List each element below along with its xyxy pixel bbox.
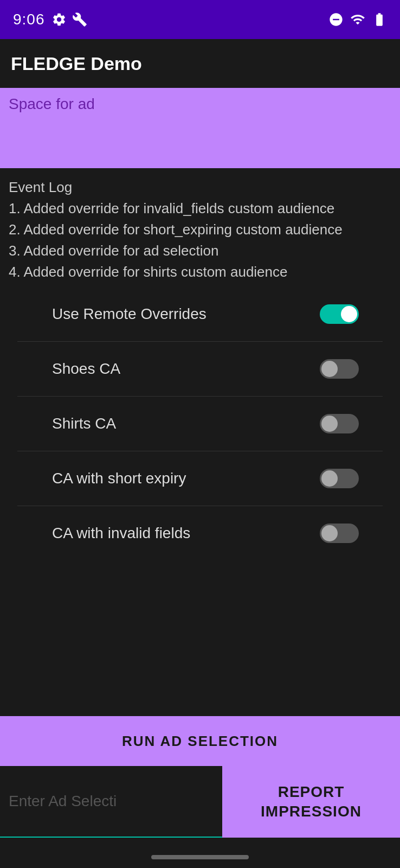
shoes-ca-label: Shoes CA — [52, 360, 120, 378]
use-remote-overrides-row: Use Remote Overrides — [9, 287, 391, 341]
status-icons-right — [328, 12, 387, 27]
status-icons-left — [51, 12, 87, 27]
shirts-ca-toggle[interactable] — [320, 414, 359, 433]
run-ad-selection-button[interactable]: RUN AD SELECTION — [0, 716, 400, 766]
ca-invalid-fields-knob — [321, 525, 338, 541]
ad-space-text: Space for ad — [9, 95, 95, 113]
app-title: FLEDGE Demo — [11, 53, 142, 74]
app-bar: FLEDGE Demo — [0, 39, 400, 88]
status-time: 9:06 — [13, 11, 45, 28]
shirts-ca-knob — [321, 416, 338, 432]
event-log-content: Event Log 1. Added override for invalid_… — [9, 177, 391, 283]
minus-circle-icon — [328, 12, 344, 27]
ca-short-expiry-toggle[interactable] — [320, 469, 359, 488]
status-left: 9:06 — [13, 11, 87, 28]
report-impression-button[interactable]: REPORT IMPRESSION — [222, 766, 400, 838]
use-remote-overrides-knob — [341, 306, 357, 322]
settings-icon — [51, 12, 67, 27]
ca-invalid-fields-row: CA with invalid fields — [9, 506, 391, 560]
event-log: Event Log 1. Added override for invalid_… — [0, 168, 400, 287]
report-impression-label: REPORT IMPRESSION — [261, 782, 362, 822]
event-log-entry-1: 1. Added override for invalid_fields cus… — [9, 200, 334, 216]
ca-short-expiry-label: CA with short expiry — [52, 470, 186, 487]
wrench-icon — [72, 12, 87, 27]
toggle-section: Use Remote Overrides Shoes CA Shirts CA … — [0, 287, 400, 560]
wifi-icon — [350, 12, 365, 27]
enter-ad-placeholder: Enter Ad Selecti — [9, 793, 117, 810]
shirts-ca-label: Shirts CA — [52, 415, 116, 432]
event-log-title: Event Log — [9, 179, 72, 195]
event-log-entry-2: 2. Added override for short_expiring cus… — [9, 221, 343, 238]
status-bar: 9:06 — [0, 0, 400, 39]
ca-short-expiry-knob — [321, 470, 338, 487]
ad-space: Space for ad — [0, 88, 400, 168]
use-remote-overrides-label: Use Remote Overrides — [52, 305, 207, 323]
shoes-ca-toggle[interactable] — [320, 359, 359, 379]
ca-short-expiry-row: CA with short expiry — [9, 451, 391, 506]
event-log-entry-4: 4. Added override for shirts custom audi… — [9, 264, 288, 280]
shoes-ca-row: Shoes CA — [9, 342, 391, 396]
event-log-entry-3: 3. Added override for ad selection — [9, 242, 218, 259]
enter-ad-field[interactable]: Enter Ad Selecti — [0, 766, 222, 838]
home-indicator — [151, 855, 249, 859]
ca-invalid-fields-toggle[interactable] — [320, 524, 359, 543]
use-remote-overrides-toggle[interactable] — [320, 304, 359, 324]
shirts-ca-row: Shirts CA — [9, 397, 391, 451]
ca-invalid-fields-label: CA with invalid fields — [52, 525, 190, 542]
bottom-bar: Enter Ad Selecti REPORT IMPRESSION — [0, 766, 400, 838]
battery-icon — [372, 12, 387, 27]
shoes-ca-knob — [321, 361, 338, 377]
run-ad-selection-label: RUN AD SELECTION — [122, 733, 278, 750]
